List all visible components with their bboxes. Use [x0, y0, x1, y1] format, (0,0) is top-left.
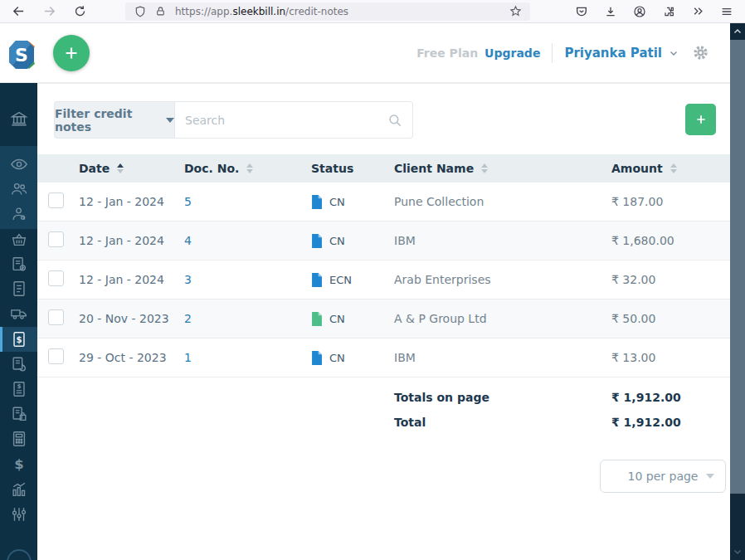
sidebar-item-reports[interactable] [0, 477, 37, 502]
sidebar-bottom-badge [7, 549, 32, 560]
shield-icon[interactable] [132, 3, 149, 20]
plan-label: Free Plan [416, 46, 478, 60]
sidebar-item-view[interactable] [0, 152, 37, 177]
search-icon[interactable] [387, 113, 402, 128]
row-date: 29 - Oct - 2023 [79, 351, 184, 364]
sidebar-item-customers[interactable] [0, 177, 37, 202]
row-date: 12 - Jan - 2024 [79, 234, 184, 247]
browser-action-icons [572, 2, 737, 22]
sidebar-item-quotes[interactable] [0, 252, 37, 277]
row-client: Arab Enterprises [394, 273, 611, 286]
sidebar-item-invoices[interactable] [0, 276, 37, 301]
row-checkbox[interactable] [48, 231, 64, 247]
sort-icon-amount[interactable] [670, 163, 677, 173]
table-body: 12 - Jan - 2024 5 CN Pune Collection ₹ 1… [37, 183, 730, 377]
row-client: IBM [394, 351, 611, 364]
sidebar-item-products[interactable] [0, 227, 37, 252]
table-header: Date Doc. No. Status Client Name Amount [37, 154, 730, 183]
sort-icon-client[interactable] [481, 163, 488, 173]
user-menu[interactable]: Priyanka Patil [564, 46, 662, 61]
status-label: CN [329, 352, 345, 364]
file-icon [311, 195, 323, 209]
back-arrow-icon[interactable] [8, 2, 28, 22]
sidebar-item-purchase-bills[interactable]: $ [0, 377, 37, 402]
sidebar-nav: $ $ $ [0, 83, 37, 560]
sleekbill-logo-icon[interactable]: S [6, 39, 37, 71]
scroll-up-icon[interactable] [730, 25, 745, 38]
overflow-chevrons-icon[interactable] [688, 2, 708, 22]
chevron-down-icon[interactable] [669, 48, 679, 58]
row-amount: ₹ 50.00 [611, 312, 730, 325]
svg-text:S: S [15, 45, 28, 66]
file-icon [311, 273, 323, 287]
sidebar-item-purchase-orders[interactable] [0, 352, 37, 377]
gear-icon[interactable] [692, 44, 709, 61]
file-icon [311, 312, 323, 326]
column-header-date[interactable]: Date [79, 162, 184, 175]
doc-number-link[interactable]: 5 [184, 195, 192, 208]
doc-number-link[interactable]: 4 [184, 234, 192, 247]
bookmark-star-icon[interactable] [507, 3, 523, 20]
address-bar[interactable]: https://app.sleekbill.in/credit-notes [125, 2, 530, 21]
sidebar-item-credit-notes[interactable]: $ [0, 327, 37, 352]
row-client: Pune Collection [394, 195, 611, 208]
pocket-icon[interactable] [572, 2, 592, 22]
app-header: S Free Plan Upgrade Priyanka Patil [0, 23, 730, 83]
doc-number-link[interactable]: 3 [184, 273, 192, 286]
column-header-client[interactable]: Client Name [394, 162, 611, 175]
column-header-amount[interactable]: Amount [611, 162, 730, 175]
row-date: 12 - Jan - 2024 [79, 273, 184, 286]
per-page-value: 10 per page [628, 470, 699, 483]
row-checkbox[interactable] [48, 348, 64, 364]
row-checkbox[interactable] [48, 309, 64, 325]
search-input[interactable] [185, 114, 387, 127]
new-document-button[interactable] [53, 35, 90, 71]
menu-hamburger-icon[interactable] [717, 2, 737, 22]
file-icon [311, 234, 323, 248]
row-date: 12 - Jan - 2024 [79, 195, 184, 208]
column-header-status[interactable]: Status [311, 162, 394, 175]
status-label: CN [329, 235, 345, 247]
per-page-caret-icon [706, 474, 714, 479]
header-divider [552, 43, 553, 63]
svg-text:$: $ [16, 335, 22, 344]
sidebar-item-calculator[interactable] [0, 426, 37, 451]
column-header-doc-no[interactable]: Doc. No. [184, 162, 311, 175]
sidebar-item-debit-notes[interactable] [0, 402, 37, 426]
doc-number-link[interactable]: 2 [184, 312, 192, 325]
sidebar-item-bank[interactable] [0, 106, 37, 131]
add-credit-note-button[interactable] [685, 104, 716, 135]
url-text: https://app.sleekbill.in/credit-notes [175, 6, 507, 17]
scrollbar-thumb[interactable] [730, 40, 745, 494]
row-client: IBM [394, 234, 611, 247]
doc-number-link[interactable]: 1 [184, 351, 192, 364]
per-page-select[interactable]: 10 per page [600, 460, 726, 493]
sort-icon-date[interactable] [117, 163, 124, 173]
lock-icon[interactable] [152, 3, 168, 20]
sidebar-item-delivery[interactable] [0, 301, 37, 326]
account-icon[interactable] [630, 2, 650, 22]
sidebar-item-payments[interactable]: $ [0, 451, 37, 476]
download-icon[interactable] [601, 2, 621, 22]
row-client: A & P Group Ltd [394, 312, 611, 325]
scroll-down-icon[interactable] [730, 545, 745, 558]
forward-arrow-icon[interactable] [39, 2, 59, 22]
totals-on-page-label: Totals on page [394, 391, 611, 404]
svg-text:$: $ [14, 456, 23, 472]
upgrade-link[interactable]: Upgrade [484, 46, 540, 60]
table-row: 12 - Jan - 2024 4 CN IBM ₹ 1,680.00 [37, 222, 730, 261]
status-label: CN [329, 313, 345, 325]
total-value: ₹ 1,912.00 [611, 416, 730, 429]
row-checkbox[interactable] [48, 192, 64, 208]
extensions-puzzle-icon[interactable] [659, 2, 679, 22]
total-label: Total [394, 416, 611, 429]
sort-icon-doc-no[interactable] [246, 163, 253, 173]
row-amount: ₹ 13.00 [611, 351, 730, 364]
filter-caret-icon [166, 118, 174, 123]
row-checkbox[interactable] [48, 270, 64, 286]
filter-dropdown-button[interactable]: Filter credit notes [54, 101, 174, 139]
sidebar-item-adjustments[interactable] [0, 502, 37, 527]
reload-icon[interactable] [70, 2, 90, 22]
sidebar-item-vendor[interactable] [0, 202, 37, 226]
page-scrollbar[interactable] [730, 23, 745, 560]
